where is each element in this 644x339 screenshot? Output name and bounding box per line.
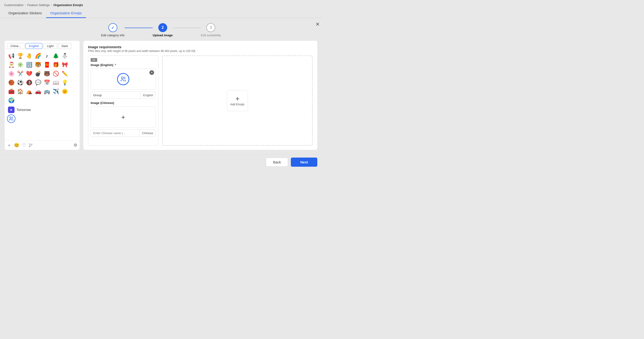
- dove-icon[interactable]: 🕊: [28, 143, 33, 148]
- emoji-row-1: 📢 🏆 🤚 🌈 ♪ 🌲 ⛄: [7, 52, 77, 60]
- tab-bar: Organization Stickers Organization Emoji…: [0, 9, 322, 18]
- emoji-trophy[interactable]: 🏆: [16, 52, 24, 60]
- emoji-speech[interactable]: 💬: [34, 78, 42, 87]
- svg-point-1: [121, 77, 124, 79]
- settings-icon[interactable]: ⚙: [74, 142, 77, 148]
- emoji-row-avatar: [7, 114, 77, 123]
- step-line-1: [124, 28, 153, 28]
- emoji-plane[interactable]: ✈️: [52, 87, 60, 96]
- tab-stickers[interactable]: Organization Stickers: [4, 9, 46, 18]
- group-icon-circle: [117, 73, 129, 85]
- card-badge: 01: [91, 58, 97, 62]
- english-lang-badge: English: [140, 92, 156, 98]
- english-image-label: Image (English) *: [91, 63, 156, 67]
- image-requirements-section: Image requirements PNG files only, with …: [88, 45, 313, 53]
- display-tab-light[interactable]: Light: [43, 43, 57, 49]
- emoji-book[interactable]: 📖: [52, 78, 60, 87]
- lang-tab-chinese[interactable]: Chine...: [7, 43, 24, 49]
- step-line-2: [172, 28, 201, 28]
- emoji-bus[interactable]: 🚌: [42, 87, 51, 96]
- back-button[interactable]: Back: [266, 158, 288, 167]
- emoji-calendar[interactable]: 📅: [42, 78, 51, 87]
- group-avatar[interactable]: [7, 114, 16, 123]
- emoji-row-5: 🧰 🏠 ⛺ 🚗 🚌 ✈️ 🌞: [7, 87, 77, 96]
- required-star: *: [115, 63, 116, 67]
- emoji-gift-box[interactable]: 🎁: [52, 61, 60, 69]
- emoji-soccer[interactable]: ⚽: [16, 78, 24, 87]
- emoji-flower[interactable]: 🌸: [7, 70, 16, 78]
- emoji-scissors[interactable]: ✂️: [16, 70, 24, 78]
- chinese-image-label: Image (Chinese): [91, 101, 156, 105]
- english-image-section: Image (English) *: [88, 63, 158, 101]
- next-button[interactable]: Next: [291, 158, 317, 167]
- chinese-lang-badge: Chinese: [139, 130, 156, 136]
- right-panel: Image requirements PNG files only, with …: [83, 41, 317, 150]
- emoji-row-6: 🌍: [7, 96, 77, 105]
- emoji-grid: 📢 🏆 🤚 🌈 ♪ 🌲 ⛄ 🎅 ✳️ 🔢 🐯 🧧: [5, 51, 80, 140]
- emoji-tiger[interactable]: 🐯: [34, 61, 42, 69]
- emoji-bomb[interactable]: 💣: [34, 70, 42, 78]
- english-name-input[interactable]: [91, 92, 140, 98]
- emoji-no-entry[interactable]: 🚫: [52, 70, 60, 78]
- lang-tab-english[interactable]: English: [26, 43, 42, 49]
- emoji-basketball[interactable]: 🏀: [7, 78, 16, 87]
- emoji-tree[interactable]: 🌲: [52, 52, 60, 60]
- left-footer: ＋ 😊 ♡ 🕊 ⚙: [5, 140, 80, 150]
- chinese-image-upload-box[interactable]: ＋: [91, 106, 156, 128]
- upload-row: 01 Image (English) *: [88, 56, 313, 146]
- breadcrumb-sep1: ›: [25, 3, 26, 7]
- step-3: 3 Edit availability: [201, 23, 221, 37]
- emoji-upload-card: 01 Image (English) *: [88, 56, 158, 146]
- emoji-music[interactable]: ♪: [42, 52, 51, 60]
- emoji-22[interactable]: 🔢: [25, 61, 33, 69]
- chinese-image-section: Image (Chinese) ＋ Chinese: [88, 101, 158, 139]
- emoji-bulb[interactable]: 💡: [60, 78, 69, 87]
- step-2: 2 Upload image: [153, 23, 172, 37]
- emoji-car[interactable]: 🚗: [34, 87, 42, 96]
- emoji-gift-red[interactable]: 🎀: [60, 61, 69, 69]
- breadcrumb: Customization › Feature Settings › Organ…: [0, 0, 322, 9]
- emoji-santa[interactable]: 🎅: [7, 61, 16, 69]
- tab-emojis[interactable]: Organization Emojis: [46, 9, 86, 18]
- heart-icon[interactable]: ♡: [22, 142, 26, 148]
- emoji-house[interactable]: 🏠: [16, 87, 24, 96]
- emoji-no-cross[interactable]: 🚯: [25, 78, 33, 87]
- emoji-sun[interactable]: 🌞: [60, 87, 69, 96]
- emoji-earth[interactable]: 🌍: [7, 96, 16, 105]
- add-emojis-area[interactable]: ＋ Add Emojis: [162, 56, 313, 146]
- display-tab-dark[interactable]: Dark: [58, 43, 72, 49]
- step-1-circle: ✓: [108, 23, 117, 32]
- add-icon[interactable]: ＋: [7, 142, 11, 148]
- step-3-circle: 3: [206, 23, 215, 32]
- breadcrumb-feature-settings[interactable]: Feature Settings: [28, 3, 50, 7]
- emoji-megaphone[interactable]: 📢: [7, 52, 16, 60]
- page: Customization › Feature Settings › Organ…: [0, 0, 322, 170]
- left-panel: Chine... English Light Dark 📢 🏆 🤚 🌈 ♪ 🌲 …: [5, 41, 80, 150]
- add-emojis-box[interactable]: ＋ Add Emojis: [227, 90, 248, 111]
- tomorrow-label: Tomorrow: [16, 108, 31, 112]
- close-button[interactable]: ✕: [316, 22, 320, 27]
- emoji-chest[interactable]: 🧰: [7, 87, 16, 96]
- emoji-rainbow[interactable]: 🌈: [34, 52, 42, 60]
- emoji-row-3: 🌸 ✂️ 💔 💣 🐻 🚫 ✏️: [7, 70, 77, 78]
- emoji-broken-heart[interactable]: 💔: [25, 70, 33, 78]
- english-image-upload-box[interactable]: ✕: [91, 68, 156, 90]
- emoji-bear[interactable]: 🐻: [42, 70, 51, 78]
- lang-tabs: Chine... English Light Dark: [5, 41, 80, 51]
- emoji-pencil[interactable]: ✏️: [60, 70, 69, 78]
- svg-point-0: [10, 117, 12, 118]
- emoji-snowman[interactable]: ⛄: [60, 52, 69, 60]
- chinese-upload-plus-icon: ＋: [120, 114, 126, 120]
- emoji-camping[interactable]: ⛺: [25, 87, 33, 96]
- remove-english-image-button[interactable]: ✕: [150, 70, 154, 75]
- chinese-name-input[interactable]: [91, 130, 139, 136]
- emoji-envelope[interactable]: 🧧: [42, 61, 51, 69]
- content-area: Chine... English Light Dark 📢 🏆 🤚 🌈 ♪ 🌲 …: [5, 41, 317, 150]
- breadcrumb-customization[interactable]: Customization: [4, 3, 24, 7]
- emoji-sparkle[interactable]: ✳️: [16, 61, 24, 69]
- chinese-name-row: Chinese: [91, 130, 156, 137]
- emoji-picker-icon[interactable]: 😊: [14, 142, 19, 148]
- emoji-hand-fire[interactable]: 🤚: [25, 52, 33, 60]
- emoji-row-2: 🎅 ✳️ 🔢 🐯 🧧 🎁 🎀: [7, 61, 77, 69]
- footer-actions: Back Next: [0, 154, 322, 170]
